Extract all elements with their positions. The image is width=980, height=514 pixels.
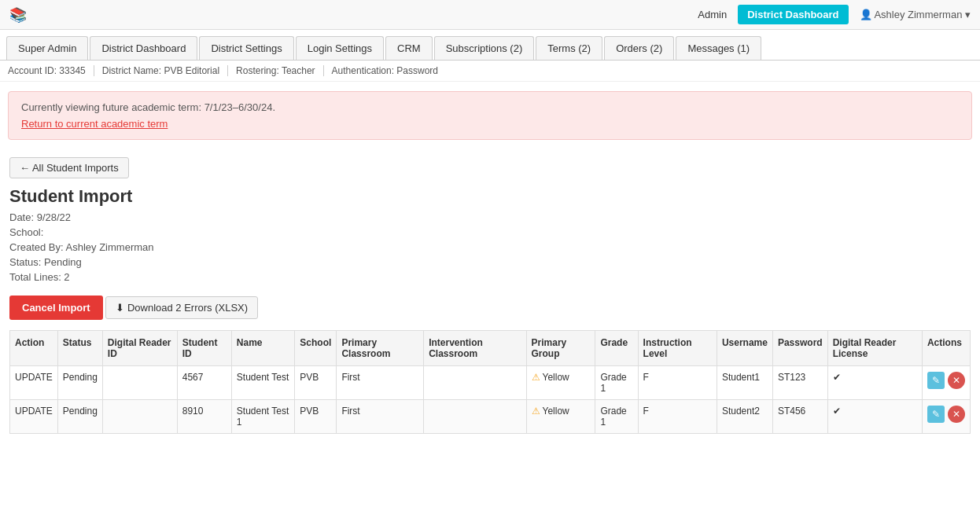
delete-button[interactable]: ✕ (948, 406, 965, 423)
cell-action: UPDATE (10, 366, 58, 400)
cell-school: PVB (295, 400, 337, 434)
district-dashboard-button[interactable]: District Dashboard (738, 5, 848, 24)
cell-password: ST123 (772, 366, 827, 400)
alert-message: Currently viewing future academic term: … (21, 101, 959, 113)
cell-student-id: 8910 (177, 400, 231, 434)
cell-school: PVB (295, 366, 337, 400)
main-content: ← All Student Imports Student Import Dat… (0, 149, 980, 442)
tab-subscriptions[interactable]: Subscriptions (2) (434, 36, 535, 60)
cell-instruction-level: F (638, 366, 717, 400)
col-instruction-level: Instruction Level (638, 331, 717, 366)
warning-icon: ⚠ (532, 372, 540, 383)
edit-button[interactable]: ✎ (927, 406, 945, 423)
created-by-label: Created By: Ashley Zimmerman (9, 241, 971, 253)
cell-primary-group: ⚠Yellow (526, 366, 595, 400)
cell-digital-reader-license: ✔ (827, 366, 922, 400)
warning-icon: ⚠ (532, 406, 540, 417)
cell-username: Student1 (717, 366, 772, 400)
cell-status: Pending (57, 400, 102, 434)
download-errors-button[interactable]: ⬇ Download 2 Errors (XLSX) (105, 296, 258, 319)
tab-district-dashboard[interactable]: District Dashboard (90, 36, 197, 60)
cell-action: UPDATE (10, 400, 58, 434)
cell-instruction-level: F (638, 400, 717, 434)
col-grade: Grade (595, 331, 638, 366)
tab-super-admin[interactable]: Super Admin (6, 36, 88, 60)
admin-dropdown[interactable]: Admin (698, 9, 727, 20)
district-name: District Name: PVB Editorial (94, 65, 228, 76)
cell-name: Student Test (231, 366, 295, 400)
table-header-row: Action Status Digital Reader ID Student … (10, 331, 971, 366)
edit-button[interactable]: ✎ (927, 372, 945, 389)
table-row: UPDATEPending8910Student Test 1PVBFirst⚠… (10, 400, 971, 434)
col-action: Action (10, 331, 58, 366)
tab-terms[interactable]: Terms (2) (536, 36, 602, 60)
status-label: Status: Pending (9, 256, 971, 268)
account-info: Account ID: 33345 District Name: PVB Edi… (0, 61, 980, 82)
authentication: Authentication: Password (324, 65, 446, 76)
col-status: Status (57, 331, 102, 366)
col-primary-classroom: Primary Classroom (337, 331, 424, 366)
table-row: UPDATEPending4567Student TestPVBFirst⚠Ye… (10, 366, 971, 400)
col-school: School (295, 331, 337, 366)
alert-box: Currently viewing future academic term: … (8, 91, 972, 140)
col-intervention-classroom: Intervention Classroom (424, 331, 526, 366)
return-to-current-term-link[interactable]: Return to current academic term (21, 118, 168, 130)
cell-digital-reader-id (102, 400, 177, 434)
col-student-id: Student ID (177, 331, 231, 366)
cell-actions: ✎✕ (922, 400, 970, 434)
tab-orders[interactable]: Orders (2) (604, 36, 674, 60)
cell-primary-group: ⚠Yellow (526, 400, 595, 434)
col-password: Password (772, 331, 827, 366)
cell-status: Pending (57, 366, 102, 400)
back-to-all-imports-button[interactable]: ← All Student Imports (9, 157, 129, 178)
cell-grade: Grade 1 (595, 366, 638, 400)
cell-digital-reader-id (102, 366, 177, 400)
user-name: 👤 Ashley Zimmerman ▾ (860, 9, 971, 20)
top-bar-right: Admin District Dashboard 👤 Ashley Zimmer… (698, 5, 971, 24)
col-digital-reader-license: Digital Reader License (827, 331, 922, 366)
col-digital-reader-id: Digital Reader ID (102, 331, 177, 366)
user-icon: 👤 (860, 9, 872, 20)
chevron-down-icon: ▾ (965, 9, 971, 20)
page-title: Student Import (9, 186, 971, 207)
cell-username: Student2 (717, 400, 772, 434)
tab-messages[interactable]: Messages (1) (676, 36, 761, 60)
col-name: Name (231, 331, 295, 366)
primary-group-value: Yellow (543, 372, 569, 383)
student-import-table: Action Status Digital Reader ID Student … (9, 330, 971, 434)
col-primary-group: Primary Group (526, 331, 595, 366)
date-label: Date: 9/28/22 (9, 211, 971, 223)
col-actions: Actions (922, 331, 970, 366)
tab-district-settings[interactable]: District Settings (199, 36, 293, 60)
tab-login-settings[interactable]: Login Settings (296, 36, 384, 60)
rostering: Rostering: Teacher (228, 65, 324, 76)
total-lines-label: Total Lines: 2 (9, 271, 971, 283)
school-label: School: (9, 226, 971, 238)
cell-password: ST456 (772, 400, 827, 434)
top-bar: 📚 Admin District Dashboard 👤 Ashley Zimm… (0, 0, 980, 30)
primary-group-value: Yellow (543, 406, 569, 417)
cell-name: Student Test 1 (231, 400, 295, 434)
delete-button[interactable]: ✕ (948, 372, 965, 389)
cell-intervention-classroom (424, 366, 526, 400)
tab-crm[interactable]: CRM (385, 36, 433, 60)
tab-bar: Super Admin District Dashboard District … (0, 30, 980, 61)
col-username: Username (717, 331, 772, 366)
cell-grade: Grade 1 (595, 400, 638, 434)
book-icon: 📚 (9, 6, 27, 24)
cell-student-id: 4567 (177, 366, 231, 400)
account-id: Account ID: 33345 (8, 65, 94, 76)
cell-primary-classroom: First (337, 400, 424, 434)
cell-intervention-classroom (424, 400, 526, 434)
cancel-import-button[interactable]: Cancel Import (9, 296, 103, 320)
cell-actions: ✎✕ (922, 366, 970, 400)
cell-primary-classroom: First (337, 366, 424, 400)
top-bar-left: 📚 (9, 6, 27, 24)
cell-digital-reader-license: ✔ (827, 400, 922, 434)
